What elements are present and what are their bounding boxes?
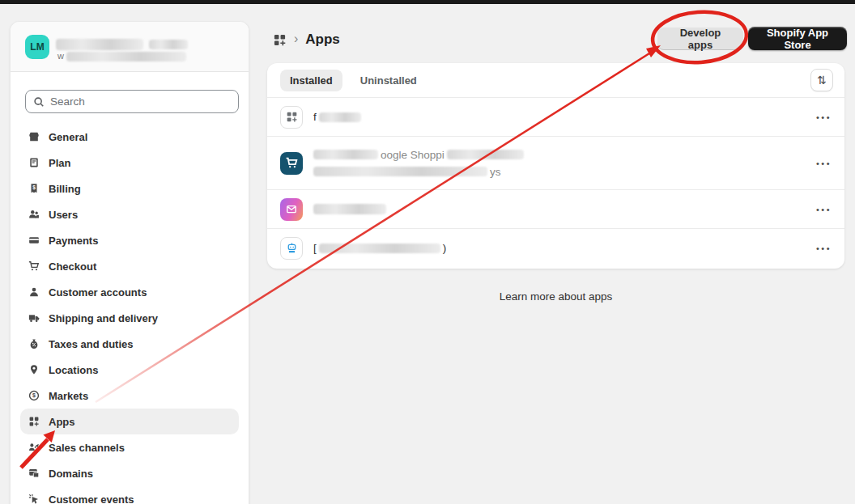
store-avatar: LM xyxy=(25,35,49,59)
sidebar-item-label: Users xyxy=(49,209,78,221)
cart-app-icon xyxy=(280,152,303,175)
sidebar-item-domains[interactable]: Domains xyxy=(20,460,239,486)
breadcrumb-separator: › xyxy=(294,32,298,46)
app-name-redacted xyxy=(313,204,386,214)
sidebar-item-label: Sales channels xyxy=(49,442,125,454)
sidebar-item-label: Domains xyxy=(49,468,93,480)
sidebar-item-label: Checkout xyxy=(49,260,96,273)
sidebar-item-general[interactable]: General xyxy=(20,124,239,150)
learn-more-link[interactable]: Learn more about apps xyxy=(267,290,844,303)
moneybag-icon xyxy=(28,338,40,349)
sidebar-item-customer-accounts[interactable]: Customer accounts xyxy=(20,279,239,305)
sidebar-item-label: Apps xyxy=(49,416,75,428)
sidebar-item-label: Plan xyxy=(49,157,70,169)
plan-icon xyxy=(28,157,40,168)
sidebar-item-checkout[interactable]: Checkout xyxy=(20,253,239,279)
row-menu-button[interactable]: ••• xyxy=(816,205,832,214)
admin-top-bar xyxy=(0,0,855,4)
search-icon xyxy=(33,96,45,108)
sidebar-item-plan[interactable]: Plan xyxy=(20,150,239,176)
sidebar-item-label: Billing xyxy=(49,183,81,195)
person-icon xyxy=(28,286,40,298)
settings-nav: General Plan $ Billing Users Payments Ch… xyxy=(20,124,239,504)
tab-installed[interactable]: Installed xyxy=(280,70,342,91)
mail-app-icon xyxy=(280,198,303,221)
app-list-item[interactable]: [ ) ••• xyxy=(267,228,844,267)
sidebar-item-sales-channels[interactable]: Sales channels xyxy=(20,434,239,460)
row-menu-button[interactable]: ••• xyxy=(816,244,832,253)
search-input-wrap xyxy=(25,90,239,113)
truck-icon xyxy=(28,312,40,324)
cursor-click-icon xyxy=(28,493,40,504)
installed-apps-card: Installed Uninstalled ⇅ f ••• oogle Shop… xyxy=(267,63,844,269)
sidebar-item-customer-events[interactable]: Customer events xyxy=(20,486,239,504)
location-pin-icon xyxy=(28,364,40,375)
billing-icon: $ xyxy=(28,183,40,194)
apps-grid-icon xyxy=(280,106,303,129)
sidebar-item-label: Payments xyxy=(49,235,98,247)
globe-dollar-icon: $ xyxy=(28,390,40,401)
store-name-redacted xyxy=(56,36,188,51)
store-header: LM w xyxy=(11,22,249,72)
apps-tabs: Installed Uninstalled ⇅ xyxy=(267,63,844,97)
row-menu-button[interactable]: ••• xyxy=(816,159,832,168)
app-name-redacted: f xyxy=(313,111,361,123)
sidebar-item-billing[interactable]: $ Billing xyxy=(20,176,239,201)
apps-grid-icon xyxy=(28,416,40,427)
sidebar-item-markets[interactable]: $ Markets xyxy=(20,383,239,409)
sidebar-item-label: General xyxy=(49,131,87,143)
sidebar-item-label: Locations xyxy=(49,364,98,376)
breadcrumb: › Apps xyxy=(273,30,340,49)
page-title: Apps xyxy=(305,32,340,48)
shopify-app-store-button[interactable]: Shopify App Store xyxy=(748,27,847,50)
store-url-redacted: w xyxy=(57,51,186,61)
sales-channels-icon xyxy=(28,442,40,453)
sidebar-item-taxes[interactable]: Taxes and duties xyxy=(20,331,239,357)
payments-icon xyxy=(28,235,40,246)
sidebar-item-label: Customer accounts xyxy=(49,286,147,299)
sidebar-item-label: Customer events xyxy=(49,493,134,504)
sidebar-item-shipping[interactable]: Shipping and delivery xyxy=(20,305,239,331)
develop-apps-button[interactable]: Develop apps xyxy=(657,28,743,50)
sidebar-item-label: Shipping and delivery xyxy=(49,312,158,324)
search-input[interactable] xyxy=(50,95,231,108)
sidebar-item-label: Taxes and duties xyxy=(49,338,134,350)
users-icon xyxy=(28,209,40,220)
app-list-item[interactable]: oogle Shoppi ys ••• xyxy=(267,136,844,189)
tab-uninstalled[interactable]: Uninstalled xyxy=(351,70,427,91)
app-name-redacted: [ ) xyxy=(313,242,446,254)
storefront-icon xyxy=(28,131,40,142)
robot-app-icon xyxy=(280,237,303,260)
svg-text:$: $ xyxy=(32,184,36,191)
app-list-item[interactable]: ••• xyxy=(267,189,844,228)
apps-grid-icon xyxy=(273,33,287,47)
app-name-redacted: oogle Shoppi ys xyxy=(313,149,524,178)
sidebar-item-locations[interactable]: Locations xyxy=(20,357,239,383)
domains-icon xyxy=(28,468,40,479)
sidebar-item-apps[interactable]: Apps xyxy=(20,409,239,434)
sidebar-item-payments[interactable]: Payments xyxy=(20,227,239,253)
app-list-item[interactable]: f ••• xyxy=(267,97,844,136)
row-menu-button[interactable]: ••• xyxy=(816,112,832,122)
sidebar-item-users[interactable]: Users xyxy=(20,201,239,227)
checkout-cart-icon xyxy=(28,260,40,272)
sidebar-item-label: Markets xyxy=(49,390,88,402)
sort-button[interactable]: ⇅ xyxy=(810,69,833,91)
settings-sidebar: LM w General Plan $ Billing Use xyxy=(10,21,249,504)
svg-text:$: $ xyxy=(32,392,36,399)
